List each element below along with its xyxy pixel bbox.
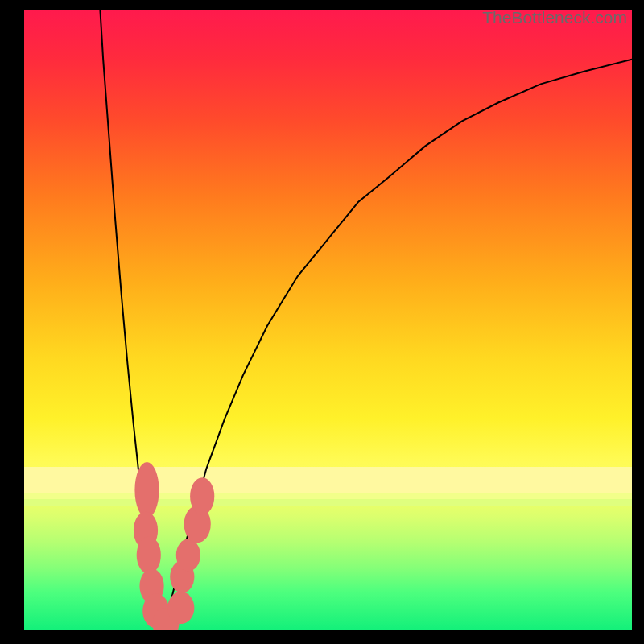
data-marker	[137, 537, 161, 574]
curve-svg	[24, 10, 632, 630]
plot-area: TheBottleneck.com	[24, 10, 632, 630]
bottleneck-curve	[100, 10, 632, 630]
chart-frame: TheBottleneck.com	[0, 0, 644, 644]
curve-group	[100, 10, 632, 630]
data-marker	[190, 477, 214, 514]
data-marker	[176, 539, 200, 572]
marker-group	[134, 462, 214, 630]
data-marker	[134, 462, 159, 518]
data-marker	[167, 592, 194, 624]
